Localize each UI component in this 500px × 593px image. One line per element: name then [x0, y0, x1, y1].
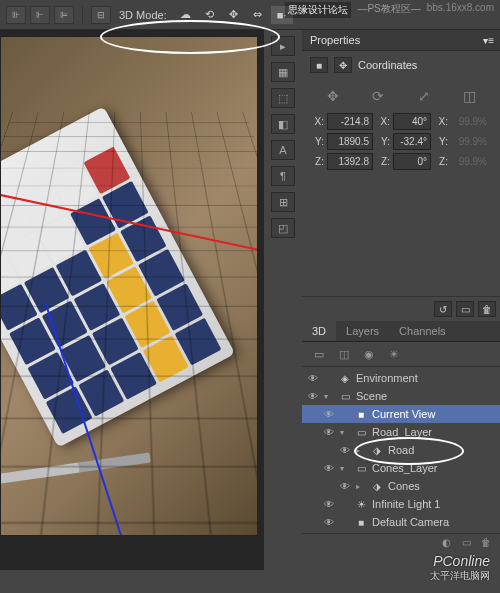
pan-icon[interactable]: ✥	[223, 6, 245, 24]
position-value[interactable]: -214.8	[327, 113, 373, 130]
rotation-value[interactable]: -32.4°	[393, 133, 431, 150]
vertical-tool-strip: ▸ ▦ ⬚ ◧ A ¶ ⊞ ◰	[264, 30, 302, 570]
rotation-value[interactable]: 40°	[393, 113, 431, 130]
position-value[interactable]: 1890.5	[327, 133, 373, 150]
item-type-icon: ☀	[354, 499, 368, 510]
tree-item[interactable]: 👁 ▸ ⬗ Cones	[302, 477, 500, 495]
type-icon[interactable]: A	[271, 140, 295, 160]
tab-3d[interactable]: 3D	[302, 321, 336, 341]
disclosure-icon[interactable]: ▾	[340, 428, 350, 437]
pconline-cn: 太平洋电脑网	[430, 569, 490, 583]
filter-light-icon[interactable]: ☀	[383, 346, 405, 362]
tool-icon-2[interactable]: ◧	[271, 114, 295, 134]
paragraph-icon[interactable]: ¶	[271, 166, 295, 186]
visibility-eye-icon[interactable]: 👁	[322, 499, 336, 510]
tree-item[interactable]: 👁 ■ Default Camera	[302, 513, 500, 531]
align-icon-2[interactable]: ⊩	[30, 6, 50, 24]
canvas-frame[interactable]	[0, 36, 258, 536]
tree-item-label: Infinite Light 1	[372, 498, 441, 510]
collapse-icon[interactable]: ▸	[271, 36, 295, 56]
visibility-eye-icon[interactable]: 👁	[338, 481, 352, 492]
rotation-value[interactable]: 0°	[393, 153, 431, 170]
item-type-icon: ▭	[338, 391, 352, 402]
rotate-transform-icon[interactable]: ⟳	[364, 85, 392, 107]
align-icon-4[interactable]: ⊟	[91, 6, 111, 24]
disclosure-icon[interactable]: ▾	[340, 464, 350, 473]
properties-body: ■ ✥ Coordinates ✥ ⟳ ⤢ ◫ X: -214.8 X: 40°…	[302, 51, 500, 296]
watermark-url: bbs.16xx8.com	[427, 2, 494, 18]
properties-title: Properties	[310, 34, 360, 46]
scale-label: Y:	[434, 136, 448, 147]
tree-item[interactable]: 👁 ▾ ▭ Scene	[302, 387, 500, 405]
slide-icon[interactable]: ⇔	[247, 6, 269, 24]
move-transform-icon[interactable]: ✥	[319, 85, 347, 107]
rotate-icon[interactable]: ⟲	[199, 6, 221, 24]
panel-menu-icon[interactable]: ▾≡	[483, 35, 494, 46]
visibility-eye-icon[interactable]: 👁	[322, 427, 336, 438]
disclosure-icon[interactable]: ▾	[324, 392, 334, 401]
visibility-eye-icon[interactable]: 👁	[322, 517, 336, 528]
camera-icon[interactable]: ■	[310, 57, 328, 73]
rot-label: Y:	[376, 136, 390, 147]
tree-item[interactable]: 👁 ☀ Infinite Light 1	[302, 495, 500, 513]
tree-item[interactable]: 👁 ▾ ▭ Road_Layer	[302, 423, 500, 441]
disclosure-icon[interactable]: ▸	[356, 446, 366, 455]
filter-row: ▭ ◫ ◉ ☀	[302, 342, 500, 367]
render-icon[interactable]: ▭	[456, 301, 474, 317]
tool-icon-3[interactable]: ⊞	[271, 192, 295, 212]
filter-scene-icon[interactable]: ▭	[308, 346, 330, 362]
canvas-area[interactable]	[0, 30, 264, 570]
tree-item-label: Environment	[356, 372, 418, 384]
cube-transform-icon[interactable]: ◫	[455, 85, 483, 107]
item-type-icon: ◈	[338, 373, 352, 384]
scene-tree: 👁 ◈ Environment 👁 ▾ ▭ Scene 👁 ■ Current …	[302, 367, 500, 533]
item-type-icon: ▭	[354, 463, 368, 474]
tree-item[interactable]: 👁 ▸ ⬗ Road	[302, 441, 500, 459]
align-icon-3[interactable]: ⊫	[54, 6, 74, 24]
item-type-icon: ■	[354, 409, 368, 420]
new-light-icon[interactable]: ◐	[438, 537, 454, 551]
coordinates-label: Coordinates	[358, 59, 417, 71]
trash-icon[interactable]: 🗑	[478, 301, 496, 317]
tree-item[interactable]: 👁 ◈ Environment	[302, 369, 500, 387]
scale-transform-icon[interactable]: ⤢	[410, 85, 438, 107]
panel-tabs: 3D Layers Channels	[302, 321, 500, 342]
scale-label: Z:	[434, 156, 448, 167]
scale-label: X:	[434, 116, 448, 127]
filter-material-icon[interactable]: ◉	[358, 346, 380, 362]
item-type-icon: ■	[354, 517, 368, 528]
rot-label: Z:	[376, 156, 390, 167]
properties-panel-header[interactable]: Properties ▾≡	[302, 30, 500, 51]
visibility-eye-icon[interactable]: 👁	[322, 463, 336, 474]
tool-icon-4[interactable]: ◰	[271, 218, 295, 238]
panel-trash-icon[interactable]: 🗑	[478, 537, 494, 551]
tab-layers[interactable]: Layers	[336, 321, 389, 341]
tree-item-label: Road	[388, 444, 414, 456]
orbit-icon[interactable]: ☁	[175, 6, 197, 24]
scale-value: 99.9%	[451, 156, 487, 167]
visibility-eye-icon[interactable]: 👁	[338, 445, 352, 456]
new-icon[interactable]: ▭	[458, 537, 474, 551]
filter-mesh-icon[interactable]: ◫	[333, 346, 355, 362]
scale-value: 99.9%	[451, 116, 487, 127]
tree-item[interactable]: 👁 ▾ ▭ Cones_Layer	[302, 459, 500, 477]
visibility-eye-icon[interactable]: 👁	[306, 373, 320, 384]
watermark-cn: 思缘设计论坛	[285, 2, 351, 18]
tab-channels[interactable]: Channels	[389, 321, 455, 341]
tree-item-label: Scene	[356, 390, 387, 402]
axis-label: Y:	[310, 136, 324, 147]
disclosure-icon[interactable]: ▸	[356, 482, 366, 491]
tree-item[interactable]: 👁 ■ Current View	[302, 405, 500, 423]
align-icon-1[interactable]: ⊪	[6, 6, 26, 24]
coords-icon[interactable]: ✥	[334, 57, 352, 73]
visibility-eye-icon[interactable]: 👁	[322, 409, 336, 420]
tool-icon-1[interactable]: ⬚	[271, 88, 295, 108]
tree-item-label: Cones	[388, 480, 420, 492]
reset-icon[interactable]: ↺	[434, 301, 452, 317]
visibility-eye-icon[interactable]: 👁	[306, 391, 320, 402]
swatches-icon[interactable]: ▦	[271, 62, 295, 82]
mode-label: 3D Mode:	[119, 9, 167, 21]
axis-label: X:	[310, 116, 324, 127]
axis-label: Z:	[310, 156, 324, 167]
position-value[interactable]: 1392.8	[327, 153, 373, 170]
